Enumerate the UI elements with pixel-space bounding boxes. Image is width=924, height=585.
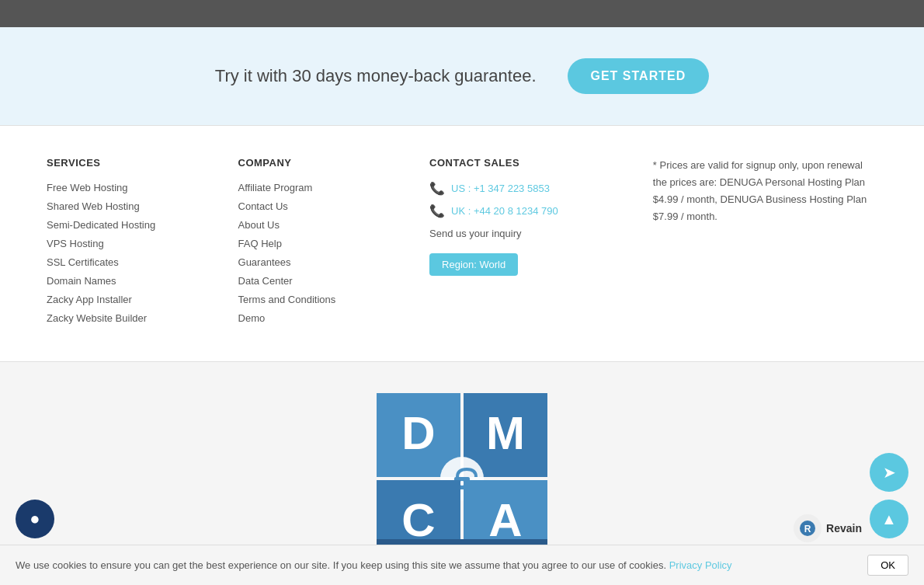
dmca-badge: D M C A PROTECTED (377, 393, 547, 564)
list-item: FAQ Help (238, 237, 399, 249)
list-item: Shared Web Hosting (47, 200, 207, 212)
footer: SERVICES Free Web HostingShared Web Host… (0, 125, 924, 361)
list-item: Data Center (238, 274, 399, 287)
list-item: Demo (238, 312, 399, 324)
svg-text:C: C (401, 494, 435, 546)
list-item: SSL Certificates (47, 256, 207, 268)
phone-icon-uk: 📞 (429, 204, 445, 218)
list-item: Contact Us (238, 200, 399, 212)
company-column: COMPANY Affiliate ProgramContact UsAbout… (238, 157, 399, 330)
prices-column: * Prices are valid for signup only, upon… (653, 157, 877, 330)
list-item: About Us (238, 218, 399, 231)
services-link[interactable]: SSL Certificates (47, 256, 119, 268)
cookie-message: We use cookies to ensure you can get the… (16, 559, 666, 571)
services-link[interactable]: Semi-Dedicated Hosting (47, 219, 155, 231)
list-item: Zacky App Installer (47, 293, 207, 305)
chat-bubble[interactable]: ● (16, 500, 54, 538)
revain-area: R Revain (794, 514, 862, 542)
phone-icon-us: 📞 (429, 181, 445, 196)
list-item: VPS Hosting (47, 237, 207, 249)
chat-icon: ● (30, 509, 40, 529)
top-bar (0, 0, 924, 27)
list-item: Domain Names (47, 274, 207, 287)
contact-heading: CONTACT SALES (429, 157, 622, 169)
uk-phone-row: 📞 UK : +44 20 8 1234 790 (429, 204, 622, 218)
company-link[interactable]: Guarantees (238, 256, 291, 268)
us-phone-row: 📞 US : +1 347 223 5853 (429, 181, 622, 196)
list-item: Semi-Dedicated Hosting (47, 218, 207, 231)
send-fab-button[interactable]: ➤ (870, 453, 908, 492)
company-heading: COMPANY (238, 157, 399, 169)
list-item: Free Web Hosting (47, 181, 207, 193)
send-inquiry-text: Send us your inquiry (429, 228, 622, 239)
us-phone-link[interactable]: US : +1 347 223 5853 (451, 183, 550, 194)
list-item: Terms and Conditions (238, 293, 399, 305)
svg-text:A: A (488, 494, 522, 546)
company-link[interactable]: Terms and Conditions (238, 294, 336, 305)
cta-text: Try it with 30 days money-back guarantee… (215, 66, 537, 86)
services-link[interactable]: Free Web Hosting (47, 182, 128, 193)
svg-text:R: R (804, 524, 811, 535)
svg-text:D: D (401, 407, 435, 459)
region-button[interactable]: Region: World (429, 253, 518, 276)
services-link[interactable]: Zacky Website Builder (47, 312, 147, 324)
prices-text: * Prices are valid for signup only, upon… (653, 157, 877, 225)
services-link[interactable]: Zacky App Installer (47, 294, 132, 305)
scroll-top-button[interactable]: ▲ (870, 500, 908, 538)
services-link[interactable]: Shared Web Hosting (47, 200, 140, 212)
cookie-bar: We use cookies to ensure you can get the… (0, 545, 924, 585)
company-link[interactable]: Data Center (238, 275, 293, 287)
services-column: SERVICES Free Web HostingShared Web Host… (47, 157, 207, 330)
revain-logo-icon: R (799, 520, 816, 537)
services-link[interactable]: Domain Names (47, 275, 116, 287)
fab-container: ➤ ▲ (870, 453, 908, 538)
cta-section: Try it with 30 days money-back guarantee… (0, 27, 924, 125)
services-list: Free Web HostingShared Web HostingSemi-D… (47, 181, 207, 324)
revain-label: Revain (826, 522, 862, 535)
uk-phone-link[interactable]: UK : +44 20 8 1234 790 (451, 205, 558, 217)
list-item: Affiliate Program (238, 181, 399, 193)
company-list: Affiliate ProgramContact UsAbout UsFAQ H… (238, 181, 399, 324)
list-item: Guarantees (238, 256, 399, 268)
company-link[interactable]: About Us (238, 219, 280, 231)
cookie-ok-button[interactable]: OK (867, 555, 908, 576)
services-link[interactable]: VPS Hosting (47, 238, 104, 249)
contact-column: CONTACT SALES 📞 US : +1 347 223 5853 📞 U… (429, 157, 622, 330)
company-link[interactable]: Demo (238, 312, 266, 324)
cookie-text: We use cookies to ensure you can get the… (16, 559, 852, 571)
list-item: Zacky Website Builder (47, 312, 207, 324)
company-link[interactable]: FAQ Help (238, 238, 282, 249)
company-link[interactable]: Affiliate Program (238, 182, 313, 193)
get-started-button[interactable]: GET STARTED (568, 58, 710, 94)
services-heading: SERVICES (47, 157, 207, 169)
revain-icon: R (794, 514, 822, 542)
svg-text:M: M (486, 407, 525, 459)
company-link[interactable]: Contact Us (238, 200, 288, 212)
privacy-policy-link[interactable]: Privacy Policy (669, 559, 732, 571)
